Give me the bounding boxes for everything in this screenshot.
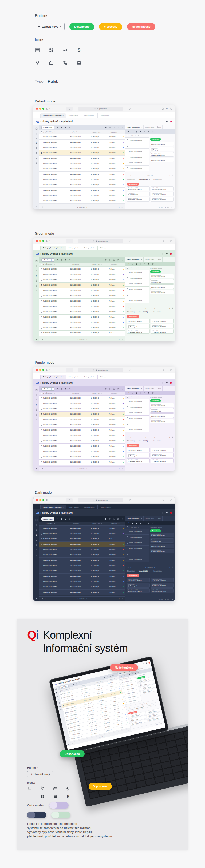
extension-pill[interactable] [66, 368, 73, 372]
pencil-icon[interactable] [132, 263, 134, 265]
printer-icon[interactable] [148, 522, 150, 524]
row-checkbox[interactable] [41, 560, 42, 561]
forward-icon[interactable]: › [52, 499, 52, 501]
table-row[interactable]: FV-2020-100-123456803 31. 11. 2020 16:10… [39, 198, 125, 204]
row-checkbox[interactable] [41, 403, 42, 404]
dollar-icon[interactable]: $ [35, 534, 38, 536]
field-card[interactable]: Evidenční číslo dokladu FV-2020-100-1234… [150, 284, 174, 289]
subtable-row[interactable]: FV-2020-100-123456803 [125, 546, 149, 551]
dark-mode-toggle-icon[interactable] [35, 597, 38, 599]
arrow-down-icon[interactable]: ↓ [170, 175, 170, 177]
trash-icon[interactable] [126, 675, 127, 676]
row-checkbox[interactable] [41, 195, 42, 196]
filter-icon[interactable] [68, 518, 71, 520]
table-grid-icon[interactable] [35, 519, 38, 521]
forward-icon[interactable]: › [52, 369, 52, 371]
page-next-icon[interactable]: › [86, 207, 87, 208]
filter-icon[interactable] [118, 132, 120, 133]
refresh-icon[interactable] [117, 518, 119, 520]
row-checkbox[interactable] [61, 698, 62, 699]
filter-icon[interactable] [68, 259, 71, 261]
laptop-icon[interactable] [61, 713, 63, 715]
page-next-icon[interactable]: › [104, 736, 105, 737]
row-checkbox[interactable] [41, 290, 42, 291]
tab-overview-icon[interactable] [170, 369, 172, 371]
close-icon[interactable]: × [62, 247, 63, 249]
table-row[interactable]: FV-2020-100-123456803 31. 11. 2020 16:10… [39, 552, 125, 558]
browser-tab[interactable]: Faktury vydané... [97, 375, 113, 379]
row-checkbox[interactable] [127, 423, 128, 425]
create-new-button[interactable]: + Založit nový ▾ [41, 388, 55, 391]
filter-icon[interactable] [101, 132, 102, 133]
bottom-tab-active[interactable]: Fakturační údaje× [137, 178, 152, 182]
page-prev-icon[interactable]: ‹ [78, 207, 78, 208]
row-checkbox[interactable] [127, 412, 128, 413]
arrow-down-icon[interactable]: ↓ [119, 598, 120, 599]
trash-icon[interactable] [60, 127, 62, 129]
subtable-row[interactable]: FV-2020-100-123456803 [125, 298, 149, 303]
browser-tab[interactable]: Faktury vydané... [82, 505, 97, 509]
column-header[interactable]: Částka s DPH [92, 393, 110, 394]
arrow-down-icon[interactable]: ↓ [157, 700, 157, 702]
page-next-icon[interactable]: › [146, 703, 147, 704]
table-row[interactable]: FV-2020-100-123456803 31. 11. 2020 16:10… [39, 325, 125, 331]
select-all-checkbox[interactable] [41, 393, 42, 394]
dark-mode-toggle-icon[interactable] [35, 338, 38, 340]
row-checkbox[interactable] [41, 445, 42, 447]
table-row[interactable]: FV-2020-100-123456803 31. 11. 2020 16:10… [39, 277, 125, 283]
table-grid-icon[interactable] [35, 389, 38, 391]
dark-mode-toggle-icon[interactable] [35, 467, 38, 469]
subtable-row[interactable]: FV-2020-100-123456803 [125, 165, 149, 171]
column-header[interactable]: Částka s DPH [92, 523, 110, 524]
arrow-up-icon[interactable]: ↑ [130, 307, 131, 309]
refresh-icon[interactable] [117, 259, 119, 261]
phone-call-icon[interactable] [35, 548, 38, 551]
download-icon[interactable] [121, 206, 123, 208]
row-checkbox[interactable] [127, 156, 128, 158]
filter-icon[interactable] [131, 673, 133, 675]
table-row[interactable]: FV-2020-100-123456803 31. 11. 2020 16:10… [39, 401, 125, 406]
field-card[interactable]: Evidenční číslo dokladu FV-2020-100-1234… [150, 447, 174, 452]
filter-icon[interactable] [54, 264, 55, 265]
row-checkbox[interactable] [71, 738, 72, 740]
field-card[interactable]: Property name Property value [127, 324, 150, 329]
close-icon[interactable]: × [149, 311, 150, 313]
subtable-row[interactable]: FV-2020-100-123456803 [125, 421, 149, 427]
field-card[interactable]: Property name Property value [150, 147, 174, 151]
detail-tab-active[interactable]: Faktury vydané s kap...× [125, 386, 144, 391]
row-checkbox[interactable] [127, 417, 128, 419]
table-grid-icon[interactable] [35, 127, 38, 130]
row-checkbox[interactable] [127, 140, 128, 141]
car-icon[interactable] [57, 695, 59, 698]
zoom-window-button[interactable] [42, 108, 44, 110]
chat-icon[interactable] [166, 253, 168, 255]
row-checkbox[interactable] [41, 592, 42, 593]
row-checkbox[interactable] [127, 277, 128, 279]
chat-icon[interactable] [166, 121, 168, 123]
subtable-row[interactable]: FV-2020-100-123456803 [125, 427, 149, 432]
tab-overview-icon[interactable] [170, 240, 172, 242]
subtable-row[interactable]: FV-2020-100-123456803 [125, 154, 149, 160]
page-prev-icon[interactable]: ‹ [78, 339, 78, 340]
arrow-up-icon[interactable]: ↑ [130, 175, 131, 177]
browser-tab[interactable]: Faktury vydané... [66, 505, 82, 509]
row-checkbox[interactable] [41, 461, 42, 463]
pencil-icon[interactable] [56, 388, 58, 390]
browser-tab-active[interactable]: Faktury vydané s kapitolami × [40, 375, 66, 379]
table-row[interactable]: FV-2020-100-123456803 31. 11. 2020 16:10… [39, 443, 125, 449]
trash-icon[interactable] [60, 259, 62, 261]
close-icon[interactable]: × [62, 376, 63, 378]
arrow-down-icon[interactable]: ↓ [126, 731, 127, 732]
row-checkbox[interactable] [41, 398, 42, 399]
select-all-checkbox[interactable] [126, 526, 128, 528]
filter-icon[interactable] [144, 522, 146, 524]
row-checkbox[interactable] [41, 570, 42, 572]
field-card[interactable]: Evidenční číslo dokladu FV-2020-100-1234… [150, 549, 174, 553]
column-header[interactable]: ↓1 Vytvořeno [72, 264, 92, 266]
column-header[interactable]: ↓1 Vytvořeno [72, 131, 92, 133]
close-window-button[interactable] [36, 240, 38, 242]
arrow-up-icon[interactable]: ↑ [45, 339, 46, 340]
filter-icon[interactable] [68, 127, 71, 129]
detail-tab[interactable]: Kontaktní adresa [144, 257, 156, 261]
row-checkbox[interactable] [41, 435, 42, 436]
